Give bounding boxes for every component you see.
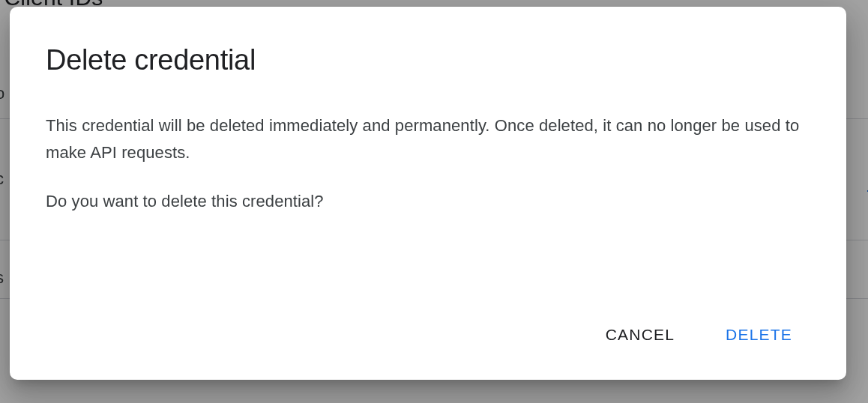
dialog-title: Delete credential (46, 44, 810, 76)
dialog-warning-text: This credential will be deleted immediat… (46, 112, 810, 167)
dialog-actions: CANCEL DELETE (46, 320, 810, 356)
delete-credential-dialog: Delete credential This credential will b… (10, 7, 846, 380)
cancel-button[interactable]: CANCEL (597, 320, 684, 350)
delete-button[interactable]: DELETE (717, 320, 801, 350)
dialog-body: This credential will be deleted immediat… (46, 112, 810, 320)
dialog-confirm-question: Do you want to delete this credential? (46, 188, 810, 215)
